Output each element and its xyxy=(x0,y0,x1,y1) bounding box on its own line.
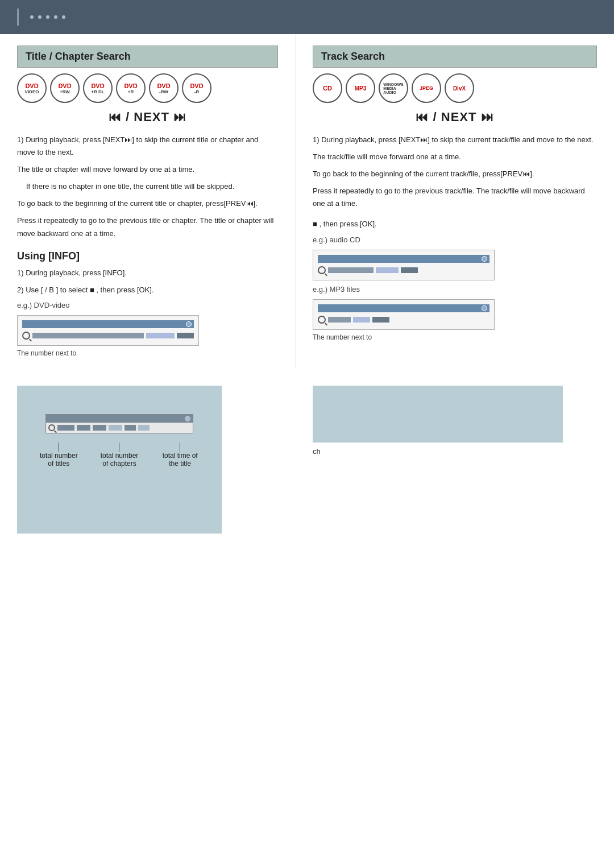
audio-cd-row xyxy=(318,265,489,275)
left-instruction-4: To go back to the beginning of the curre… xyxy=(17,197,278,210)
header-line xyxy=(17,9,19,26)
diagram-search-top xyxy=(46,415,193,423)
audio-cd-extra xyxy=(401,267,418,273)
d-highlight xyxy=(109,425,122,431)
header-dot xyxy=(30,15,34,19)
connector-total-chapters: total number of chapters xyxy=(97,443,142,468)
disc-badge-mp3: MP3 xyxy=(346,73,375,103)
right-nav-label: ⏮ / NEXT ⏭ xyxy=(313,110,597,125)
disc-badge-dvd-r-dl: DVD +R DL xyxy=(83,73,113,103)
left-instruction-3: If there is no chapter in one title, the… xyxy=(17,180,278,193)
connector-total-titles: total number of titles xyxy=(36,443,81,468)
left-section-title: Title / Chapter Search xyxy=(17,46,278,68)
mp3-row xyxy=(318,315,489,325)
diagram-search-row xyxy=(46,423,193,433)
example-dvd-label: e.g.) DVD-video xyxy=(17,301,278,309)
search-box-circle xyxy=(186,321,192,327)
prev-icon: ⏮ xyxy=(109,110,122,124)
search-box-mp3 xyxy=(313,299,495,330)
left-column: Title / Chapter Search DVD VIDEO DVD +RW… xyxy=(0,34,296,369)
main-content: Title / Chapter Search DVD VIDEO DVD +RW… xyxy=(0,34,614,369)
bottom-right: ch xyxy=(296,380,614,534)
right-instruction-4: Press it repeatedly to go to the previou… xyxy=(313,185,597,210)
right-caption: The number next to xyxy=(313,333,597,341)
prev-icon-right: ⏮ xyxy=(416,110,429,124)
diagram-box: total number of titles total number of c… xyxy=(17,386,222,534)
mp3-fill xyxy=(328,317,351,323)
disc-icons-right: CD MP3 WINDOWSMEDIAAUDIO JPEG DivX xyxy=(313,73,597,103)
left-instruction-5: Press it repeatedly to go to the previou… xyxy=(17,214,278,239)
next-icon-right: ⏭ xyxy=(481,110,494,124)
search-bar-fill xyxy=(32,333,144,338)
audio-cd-fill xyxy=(328,267,374,273)
using-info-title: Using [INFO] xyxy=(17,250,278,262)
disc-badge-dvd-video: DVD VIDEO xyxy=(17,73,47,103)
left-instruction-1: 1) During playback, press [NEXT⏭] to ski… xyxy=(17,134,278,159)
disc-badge-divx: DivX xyxy=(445,73,474,103)
search-icon xyxy=(22,332,30,340)
bottom-right-caption: ch xyxy=(313,447,597,456)
disc-icons-left: DVD VIDEO DVD +RW DVD +R DL DVD +R DVD -… xyxy=(17,73,278,103)
example-audio-label: e.g.) audio CD xyxy=(313,235,597,244)
right-instruction-1: 1) During playback, press [NEXT⏭] to ski… xyxy=(313,134,597,146)
left-nav-label: ⏮ / NEXT ⏭ xyxy=(17,110,278,125)
label-total-chapters: total number of chapters xyxy=(97,452,142,468)
disc-badge-dvd-rw-plus: DVD +RW xyxy=(50,73,80,103)
search-icon-mp3 xyxy=(318,316,326,324)
left-instruction-2: The title or chapter will move forward b… xyxy=(17,163,278,176)
mp3-circle xyxy=(482,305,487,311)
next-icon: ⏭ xyxy=(173,110,186,124)
right-blue-box xyxy=(313,386,563,443)
right-instruction-3: To go back to the beginning of the curre… xyxy=(313,168,597,180)
example-mp3-label: e.g.) MP3 files xyxy=(313,285,597,294)
connector-total-time: total time of the title xyxy=(157,443,203,468)
mp3-extra xyxy=(372,317,389,323)
header-dot xyxy=(46,15,49,19)
right-section-title: Track Search xyxy=(313,46,597,68)
search-box-audio-cd xyxy=(313,250,495,280)
diagram-connectors: total number of titles total number of c… xyxy=(28,443,210,468)
left-caption: The number next to xyxy=(17,349,278,357)
disc-badge-jpeg: JPEG xyxy=(412,73,441,103)
bottom-section: total number of titles total number of c… xyxy=(0,380,614,534)
audio-cd-highlight xyxy=(376,267,399,273)
info-instruction-2: 2) Use [ / B ] to select ■ , then press … xyxy=(17,284,278,296)
header-dot xyxy=(62,15,65,19)
header-dot xyxy=(54,15,57,19)
bottom-left: total number of titles total number of c… xyxy=(0,380,296,534)
diagram-search-demo xyxy=(45,414,193,433)
disc-badge-wma: WINDOWSMEDIAAUDIO xyxy=(379,73,408,103)
search-box-top-bar xyxy=(22,320,194,328)
d-highlight2 xyxy=(138,425,150,431)
right-instruction-2: The track/file will move forward one at … xyxy=(313,151,597,163)
search-box-dvd xyxy=(17,315,199,346)
d-fill3 xyxy=(93,425,106,431)
top-header xyxy=(0,0,614,34)
right-select-instruction: ■ , then press [OK]. xyxy=(313,218,597,230)
search-highlight xyxy=(146,333,175,338)
header-dots xyxy=(30,15,65,19)
search-icon-cd xyxy=(318,266,326,274)
header-dot xyxy=(38,15,42,19)
search-box-row xyxy=(22,330,194,341)
label-total-time: total time of the title xyxy=(157,452,203,468)
audio-cd-top-bar xyxy=(318,255,489,263)
disc-badge-cd: CD xyxy=(313,73,342,103)
audio-cd-circle xyxy=(482,256,487,262)
d-fill2 xyxy=(77,425,90,431)
mp3-top-bar xyxy=(318,304,489,312)
disc-badge-dvd-r-minus: DVD -R xyxy=(182,73,211,103)
disc-badge-dvd-rw: DVD -RW xyxy=(149,73,179,103)
d-fill1 xyxy=(57,425,74,431)
label-total-titles: total number of titles xyxy=(36,452,81,468)
search-extra xyxy=(177,333,194,338)
disc-badge-dvd-r: DVD +R xyxy=(116,73,146,103)
info-instruction-1: 1) During playback, press [INFO]. xyxy=(17,267,278,279)
d-fill4 xyxy=(125,425,136,431)
diagram-top-circle xyxy=(185,416,190,421)
mp3-highlight xyxy=(353,317,370,323)
right-column: Track Search CD MP3 WINDOWSMEDIAAUDIO JP… xyxy=(296,34,614,369)
diagram-search-icon xyxy=(48,424,55,431)
